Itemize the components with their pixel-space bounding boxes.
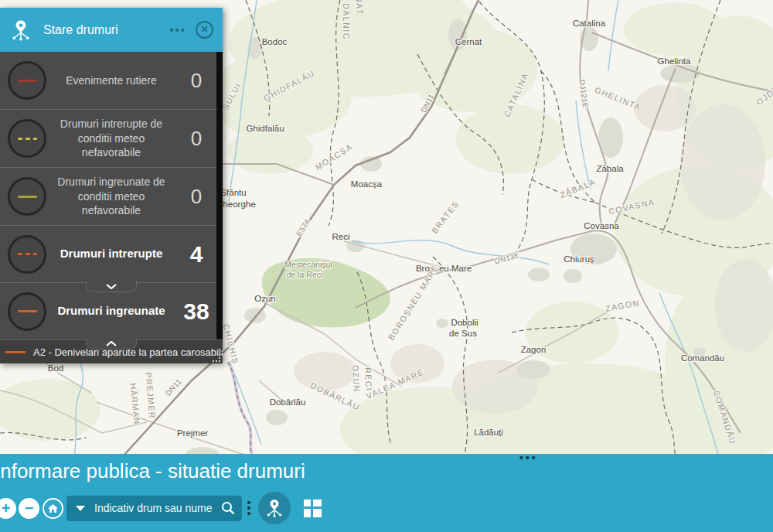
map-label: Bodoc xyxy=(262,37,288,46)
map-label: DJ121E xyxy=(577,80,590,109)
roads-closed-weather-icon xyxy=(8,119,46,158)
item-count: 0 xyxy=(176,69,223,93)
search-more-menu[interactable] xyxy=(247,501,250,515)
zoom-out-button[interactable]: − xyxy=(19,498,39,519)
item-count: 4 xyxy=(176,241,223,268)
county-border xyxy=(228,362,255,462)
basemap-gallery-button[interactable] xyxy=(304,500,322,517)
map-label: Dobolii xyxy=(451,318,478,327)
panel-close-button[interactable]: ✕ xyxy=(196,21,213,39)
map-label: PREJMER xyxy=(144,372,157,420)
map-label: E574 xyxy=(295,217,312,237)
app-title: Informare publica - situatie drumuri xyxy=(0,459,305,483)
road-status-panel: Stare drumuri ••• ✕ Evenimente rutiere 0… xyxy=(0,8,223,363)
map-label: Dobârlău xyxy=(270,397,306,407)
map-label: HĂRMAN xyxy=(128,383,142,425)
zoom-in-button[interactable]: + xyxy=(0,498,16,519)
map-label: GHELINTA xyxy=(594,85,643,112)
map-label: Broşneu Mare xyxy=(416,264,472,273)
map-label: Bod xyxy=(48,363,63,373)
list-item-drumuri-intrerupte[interactable]: Drumuri intrerupte 4 xyxy=(0,225,223,282)
item-count: 38 xyxy=(176,298,223,325)
list-item-drumuri-intrerupte-meteo[interactable]: Drumuri intrerupte de conditii meteo nef… xyxy=(0,109,223,167)
legend-widget-button[interactable] xyxy=(258,492,291,524)
map-label: Covasna xyxy=(584,221,619,230)
search-input[interactable] xyxy=(93,501,214,515)
map-label: DN13E xyxy=(494,251,521,266)
map-label: MOACȘA xyxy=(314,142,355,172)
map-label: Catalina xyxy=(573,19,606,28)
panel-menu-button[interactable]: ••• xyxy=(169,23,186,36)
chevron-down-icon xyxy=(106,284,117,289)
map-label: Chiuruș xyxy=(564,254,594,264)
search-dropdown-chevron-icon[interactable] xyxy=(76,506,85,511)
item-label: Evenimente rutiere xyxy=(46,73,176,88)
map-label: de Sus xyxy=(449,329,477,338)
chevron-up-icon xyxy=(106,341,117,346)
map-label: OZUN xyxy=(351,365,362,393)
map-label: RECI xyxy=(363,367,374,392)
collapse-up-button[interactable] xyxy=(86,339,137,350)
panel-header: Stare drumuri ••• ✕ xyxy=(0,8,223,52)
resize-grip-icon xyxy=(212,353,221,363)
roads-difficult-weather-icon xyxy=(8,177,46,216)
road-network-pin-icon xyxy=(9,19,32,42)
map-label: Ozun xyxy=(254,294,276,303)
map-label: ZĂBALA xyxy=(558,176,597,200)
road-events-icon xyxy=(8,61,46,100)
search-icon[interactable] xyxy=(220,500,236,516)
map-toolbar: + − xyxy=(0,492,322,524)
map-label: Sfântu xyxy=(220,188,246,197)
map-label: Zagon xyxy=(521,345,547,354)
map-label: Moacșa xyxy=(351,179,383,189)
map-label: Prejmer xyxy=(177,428,208,438)
panel-scrollbar[interactable] xyxy=(216,52,223,339)
attribute-table-handle[interactable]: ••• xyxy=(519,455,538,461)
map-label: BOROȘNEU MARE xyxy=(386,263,441,342)
map-label: de la Reci xyxy=(287,270,323,279)
item-label: Drumuri intrerupte xyxy=(46,246,176,261)
map-label: Comandău xyxy=(681,353,724,363)
panel-resize-handle[interactable] xyxy=(212,352,221,361)
bottom-bar: ••• Informare publica - situatie drumuri… xyxy=(0,454,773,532)
map-label: ZAGON xyxy=(604,298,640,313)
expand-down-button[interactable] xyxy=(86,281,137,292)
list-item-drumuri-ingreunate-meteo[interactable]: Drumuri ingreunate de conditii meteo nef… xyxy=(0,167,223,225)
panel-title: Stare drumuri xyxy=(43,23,169,37)
home-icon xyxy=(47,503,59,513)
item-label: Drumuri ingreunate xyxy=(46,303,176,319)
list-item-evenimente-rutiere[interactable]: Evenimente rutiere 0 xyxy=(0,52,223,109)
map-label: Cernat xyxy=(455,37,482,46)
item-count: 0 xyxy=(176,185,223,209)
home-button[interactable] xyxy=(43,498,63,519)
map-label: Lădăuți xyxy=(474,428,503,437)
map-label: CERNAT xyxy=(355,0,364,15)
ticker-line-icon xyxy=(5,351,26,353)
roads-closed-icon xyxy=(8,235,46,274)
map-label: Ghidfalău xyxy=(246,124,284,133)
item-label: Drumuri ingreunate de conditii meteo nef… xyxy=(46,175,176,219)
map-label: DALNIC xyxy=(342,3,351,40)
map-label: Reci xyxy=(332,232,349,241)
item-count: 0 xyxy=(176,127,223,151)
map-label: BRATES xyxy=(430,199,461,235)
road-network-pin-icon xyxy=(264,498,284,518)
map-label: Mestecănișul xyxy=(284,260,332,269)
map-label: Zăbala xyxy=(596,164,624,173)
map-label: CHICHIȘ xyxy=(222,323,241,366)
search-box xyxy=(66,496,242,521)
roads-difficult-icon xyxy=(8,292,46,331)
map-label: Ghelinta xyxy=(658,56,691,66)
item-label: Drumuri intrerupte de conditii meteo nef… xyxy=(46,117,176,161)
